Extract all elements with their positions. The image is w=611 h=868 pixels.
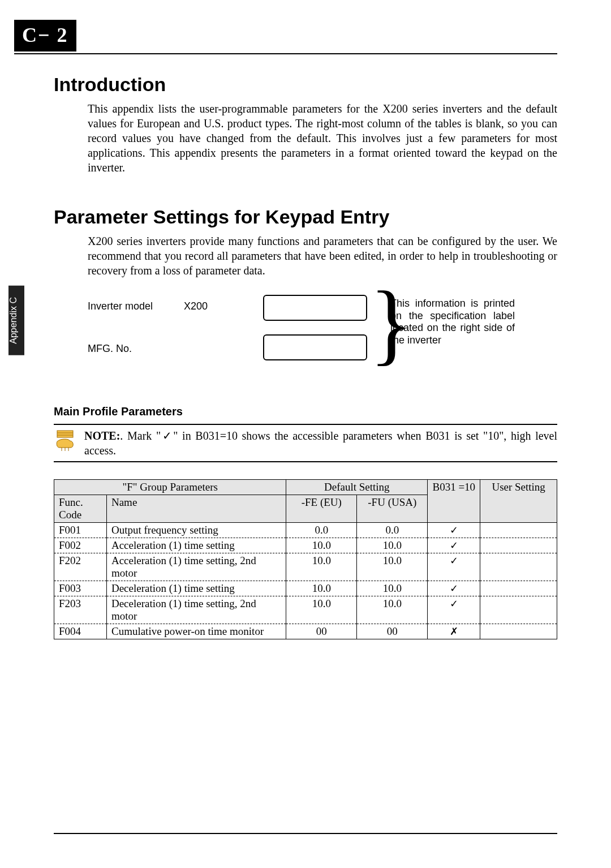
cell-user[interactable] — [480, 596, 557, 624]
mfg-input-box[interactable] — [263, 334, 367, 360]
func-header: Func. Code — [54, 495, 107, 523]
note-body: . Mark "✓" in B031=10 shows the accessib… — [84, 429, 557, 457]
cell-user[interactable] — [480, 538, 557, 553]
inverter-model-value: X200 — [184, 300, 208, 312]
cell-b031: ✓ — [428, 553, 480, 581]
side-tab: Appendix C — [8, 286, 24, 355]
model-input-box[interactable] — [263, 295, 367, 321]
label-note: This information is printed on the speci… — [390, 298, 515, 346]
cell-name: Output frequency setting — [106, 523, 286, 538]
table-row: F003Deceleration (1) time setting10.010.… — [54, 581, 557, 596]
cell-code: F001 — [54, 523, 107, 538]
intro-heading: Introduction — [54, 74, 557, 96]
settings-heading: Parameter Settings for Keypad Entry — [54, 206, 557, 228]
cell-b031: ✓ — [428, 596, 480, 624]
cell-b031: ✗ — [428, 624, 480, 639]
bottom-rule — [54, 833, 557, 834]
cell-b031: ✓ — [428, 523, 480, 538]
cell-fu: 10.0 — [357, 581, 428, 596]
group-header: "F" Group Parameters — [54, 480, 286, 495]
cell-name: Acceleration (1) time setting — [106, 538, 286, 553]
b031-header: B031 =10 — [428, 480, 480, 523]
cell-code: F002 — [54, 538, 107, 553]
cell-name: Deceleration (1) time setting, 2nd motor — [106, 596, 286, 624]
intro-text: This appendix lists the user-programmabl… — [88, 101, 557, 175]
inverter-model-label: Inverter model — [88, 300, 153, 312]
note-prefix: NOTE: — [84, 429, 120, 442]
cell-fu: 0.0 — [357, 523, 428, 538]
cell-fu: 10.0 — [357, 553, 428, 581]
user-header: User Setting — [480, 480, 557, 523]
cell-fe: 10.0 — [286, 553, 357, 581]
note-block: NOTE:. Mark "✓" in B031=10 shows the acc… — [54, 424, 557, 462]
table-row: F001Output frequency setting0.00.0✓ — [54, 523, 557, 538]
cell-name: Cumulative power-on time monitor — [106, 624, 286, 639]
table-row: F202Acceleration (1) time setting, 2nd m… — [54, 553, 557, 581]
table-row: F203Deceleration (1) time setting, 2nd m… — [54, 596, 557, 624]
cell-fu: 10.0 — [357, 596, 428, 624]
table-row: F004Cumulative power-on time monitor0000… — [54, 624, 557, 639]
cell-fe: 0.0 — [286, 523, 357, 538]
table-row: F002Acceleration (1) time setting10.010.… — [54, 538, 557, 553]
fu-header: -FU (USA) — [357, 495, 428, 523]
cell-code: F203 — [54, 596, 107, 624]
name-header: Name — [106, 495, 286, 523]
section-badge: C− 2 — [14, 20, 76, 51]
cell-user[interactable] — [480, 581, 557, 596]
note-icon — [54, 428, 76, 454]
default-header: Default Setting — [286, 480, 428, 495]
cell-code: F202 — [54, 553, 107, 581]
cell-code: F004 — [54, 624, 107, 639]
cell-fe: 00 — [286, 624, 357, 639]
cell-fe: 10.0 — [286, 581, 357, 596]
note-text: NOTE:. Mark "✓" in B031=10 shows the acc… — [84, 428, 557, 458]
cell-fe: 10.0 — [286, 596, 357, 624]
cell-code: F003 — [54, 581, 107, 596]
cell-b031: ✓ — [428, 538, 480, 553]
cell-b031: ✓ — [428, 581, 480, 596]
param-table: "F" Group Parameters Default Setting B03… — [54, 479, 557, 639]
top-rule — [14, 53, 557, 54]
cell-name: Acceleration (1) time setting, 2nd motor — [106, 553, 286, 581]
cell-fe: 10.0 — [286, 538, 357, 553]
cell-user[interactable] — [480, 553, 557, 581]
cell-user[interactable] — [480, 624, 557, 639]
fe-header: -FE (EU) — [286, 495, 357, 523]
mfg-no-label: MFG. No. — [88, 343, 132, 355]
label-diagram: Inverter model X200 MFG. No. } This info… — [88, 295, 557, 380]
cell-fu: 00 — [357, 624, 428, 639]
svg-rect-0 — [57, 431, 73, 437]
cell-name: Deceleration (1) time setting — [106, 581, 286, 596]
cell-fu: 10.0 — [357, 538, 428, 553]
cell-user[interactable] — [480, 523, 557, 538]
settings-text: X200 series inverters provide many funct… — [88, 234, 557, 278]
main-profile-heading: Main Profile Parameters — [54, 405, 557, 418]
